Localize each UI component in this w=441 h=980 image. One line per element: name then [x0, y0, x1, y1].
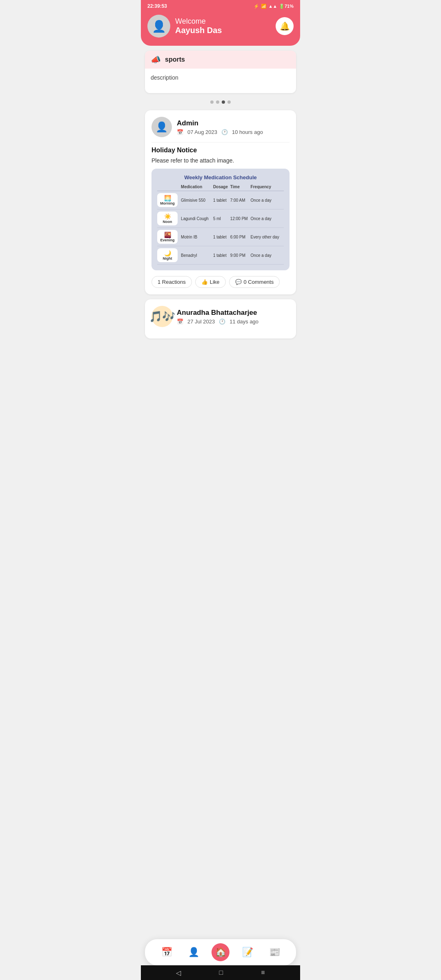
frequency-cell: Every other day: [251, 228, 284, 246]
divider: [151, 142, 290, 143]
post2-avatar: 🎵🎶: [151, 306, 173, 327]
medication-cell: Benadryl: [181, 246, 213, 265]
col-medication: Medication: [181, 185, 213, 191]
dosage-cell: 5 ml: [213, 209, 230, 228]
med-table-row: 🌇 Evening Motrin IB 1 tablet 6:00 PM Eve…: [157, 228, 284, 246]
time-of-day-label: 🌇 Evening: [157, 230, 178, 244]
dot-2[interactable]: [216, 100, 219, 104]
battery-icon: 🔋71%: [279, 4, 294, 9]
tod-cell: ☀️ Noon: [157, 209, 181, 228]
announcement-title: sports: [165, 56, 185, 63]
post2-time-ago: 11 days ago: [229, 318, 258, 325]
wifi-icon: 📶: [261, 4, 267, 9]
announcement-icon: 📣: [151, 55, 161, 65]
bluetooth-icon: ⚡: [254, 4, 259, 9]
signal-icon: ▲▲: [268, 4, 277, 9]
announcement-body: description: [145, 69, 296, 93]
frequency-cell: Once a day: [251, 246, 284, 265]
time-cell: 6:00 PM: [230, 228, 251, 246]
post-author: Admin: [177, 119, 263, 127]
post2-info: Anuradha Bhattacharjee 📅 27 Jul 2023 🕐 1…: [177, 309, 258, 325]
music-icon: 🎵🎶: [149, 310, 175, 323]
comment-icon: 💬: [235, 279, 242, 285]
dosage-cell: 1 tablet: [213, 246, 230, 265]
time-cell: 9:00 PM: [230, 246, 251, 265]
post2-date-row: 📅 27 Jul 2023 🕐 11 days ago: [177, 318, 258, 325]
tod-text: Evening: [160, 238, 174, 242]
dot-3[interactable]: [222, 100, 225, 104]
post2-date: 27 Jul 2023: [187, 318, 215, 325]
announcement-header: 📣 sports: [145, 51, 296, 69]
time-of-day-label: ☀️ Noon: [157, 212, 178, 225]
dot-4[interactable]: [227, 100, 231, 104]
avatar-icon: 👤: [152, 20, 166, 33]
reactions-row: 1 Reactions 👍 Like 💬 0 Comments: [151, 276, 290, 288]
calendar-icon: 📅: [177, 129, 183, 135]
post2-clock-icon: 🕐: [219, 318, 225, 325]
post-heading: Holiday Notice: [151, 147, 290, 154]
user-name: Aayush Das: [175, 26, 222, 35]
main-content: 📣 sports description 👤 Admin: [141, 46, 300, 343]
like-button[interactable]: 👍 Like: [195, 276, 226, 288]
welcome-text: Welcome Aayush Das: [175, 17, 222, 35]
tod-text: Morning: [160, 201, 175, 205]
dosage-cell: 1 tablet: [213, 228, 230, 246]
medication-cell: Glimisive 550: [181, 191, 213, 209]
status-icons: ⚡ 📶 ▲▲ 🔋71%: [254, 4, 294, 9]
tod-emoji: 🌙: [164, 250, 171, 256]
frequency-cell: Once a day: [251, 209, 284, 228]
col-time: Time: [230, 185, 251, 191]
carousel-dots: [145, 98, 296, 105]
post-time-ago: 10 hours ago: [232, 129, 263, 135]
post-meta: 👤 Admin 📅 07 Aug 2023 🕐 10 hours ago: [151, 117, 290, 137]
comments-label: 0 Comments: [244, 279, 274, 285]
greeting-label: Welcome: [175, 17, 222, 26]
med-table-row: 🌙 Night Benadryl 1 tablet 9:00 PM Once a…: [157, 246, 284, 265]
col-time-of-day: [157, 185, 181, 191]
medication-cell: Lagundi Cough: [181, 209, 213, 228]
tod-emoji: 🌇: [164, 232, 171, 238]
frequency-cell: Once a day: [251, 191, 284, 209]
time-cell: 12:00 PM: [230, 209, 251, 228]
status-time: 22:39:53: [147, 3, 167, 9]
med-schedule-title: Weekly Medication Schedule: [157, 174, 284, 180]
announcement-card: 📣 sports description: [145, 51, 296, 93]
header-left: 👤 Welcome Aayush Das: [147, 15, 222, 38]
post2-calendar-icon: 📅: [177, 318, 183, 325]
tod-cell: 🌙 Night: [157, 246, 181, 265]
post-card-2: 🎵🎶 Anuradha Bhattacharjee 📅 27 Jul 2023 …: [145, 299, 296, 339]
med-table: Medication Dosage Time Frequency 🌅 Morni…: [157, 185, 284, 265]
post2-author: Anuradha Bhattacharjee: [177, 309, 258, 317]
post-date-row: 📅 07 Aug 2023 🕐 10 hours ago: [177, 129, 263, 135]
reactions-button[interactable]: 1 Reactions: [151, 276, 192, 288]
dosage-cell: 1 tablet: [213, 191, 230, 209]
tod-text: Noon: [163, 220, 172, 224]
col-dosage: Dosage: [213, 185, 230, 191]
post-info: Admin 📅 07 Aug 2023 🕐 10 hours ago: [177, 119, 263, 135]
bell-icon: 🔔: [280, 21, 290, 31]
tod-cell: 🌅 Morning: [157, 191, 181, 209]
dot-1[interactable]: [210, 100, 214, 104]
tod-emoji: ☀️: [164, 213, 171, 220]
post-avatar: 👤: [151, 117, 172, 137]
like-label: Like: [210, 279, 220, 285]
header: 👤 Welcome Aayush Das 🔔: [141, 11, 300, 46]
post-card-1: 👤 Admin 📅 07 Aug 2023 🕐 10 hours ago Hol…: [145, 110, 296, 294]
time-of-day-label: 🌙 Night: [157, 248, 178, 262]
post2-meta: 🎵🎶 Anuradha Bhattacharjee 📅 27 Jul 2023 …: [151, 306, 290, 327]
announcement-description: description: [151, 74, 178, 81]
user-avatar: 👤: [147, 15, 170, 38]
like-icon: 👍: [201, 279, 208, 285]
notification-bell-button[interactable]: 🔔: [276, 17, 294, 35]
comments-button[interactable]: 💬 0 Comments: [229, 276, 280, 288]
post-date: 07 Aug 2023: [187, 129, 217, 135]
tod-emoji: 🌅: [164, 195, 171, 201]
tod-cell: 🌇 Evening: [157, 228, 181, 246]
med-table-row: 🌅 Morning Glimisive 550 1 tablet 7:00 AM…: [157, 191, 284, 209]
post-avatar-icon: 👤: [156, 121, 168, 133]
status-bar: 22:39:53 ⚡ 📶 ▲▲ 🔋71%: [141, 0, 300, 11]
med-schedule-image: Weekly Medication Schedule Medication Do…: [151, 169, 290, 270]
col-frequency: Frequency: [251, 185, 284, 191]
clock-icon: 🕐: [221, 129, 228, 135]
post-text: Please refer to the attach image.: [151, 157, 290, 164]
